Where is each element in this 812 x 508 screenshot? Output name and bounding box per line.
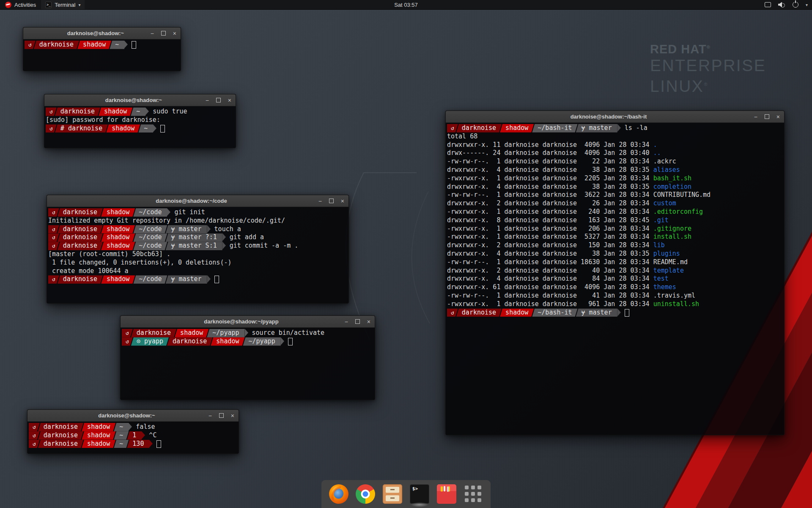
minimize-button[interactable]: − [345, 319, 348, 325]
close-button[interactable]: × [173, 30, 176, 36]
close-button[interactable]: × [367, 319, 370, 325]
terminal-content[interactable]: ↺darknoiseshadow~/bash-itɏ masterls -lat… [446, 123, 784, 317]
title-bar[interactable]: darknoise@shadow:~ − × [23, 28, 181, 39]
prompt-segment-path: ~/code [133, 275, 167, 284]
minimize-button[interactable]: − [208, 413, 212, 419]
window-terminal-home-1[interactable]: darknoise@shadow:~ − × ↺darknoiseshadow~ [23, 27, 181, 71]
prompt-segment-venv: ⊙ pyapp [131, 337, 169, 346]
terminal-line: -rw-rw-r--. 1 darknoise darknoise 41 Jan… [447, 292, 782, 300]
output-text: -rwxrwxr-x. 1 darknoise darknoise 206 Ja… [447, 225, 653, 232]
filename-exec: uninstall.sh [653, 300, 699, 308]
volume-icon[interactable] [778, 2, 785, 8]
activities-button[interactable]: Activities [0, 0, 41, 9]
title-bar[interactable]: darknoise@shadow:~ − × [44, 94, 236, 106]
minimize-button[interactable]: − [754, 114, 757, 120]
output-text: drwxrwxr-x. 4 darknoise darknoise 84 Jan… [447, 275, 653, 282]
window-title: darknoise@shadow:~/pyapp [146, 316, 337, 327]
dock-item-firefox[interactable] [329, 484, 348, 504]
prompt-segment-path: ~/pyapp [207, 329, 244, 337]
terminal-line: ↺darknoiseshadow~false [29, 423, 237, 431]
screen-icon[interactable] [765, 2, 771, 7]
prompt-segment-host: shadow [101, 242, 135, 250]
title-bar[interactable]: darknoise@shadow:~/pyapp − × [121, 316, 375, 328]
wallpaper-arc [412, 191, 430, 323]
prompt-segment-user: darknoise [456, 309, 502, 317]
prompt-segment-host: shadow [101, 233, 135, 242]
maximize-button[interactable] [216, 98, 221, 102]
clock[interactable]: Sat 03:57 [0, 2, 812, 8]
minimize-button[interactable]: − [206, 97, 209, 103]
dock-item-chrome[interactable] [356, 484, 375, 504]
window-title: darknoise@shadow:~ [49, 28, 143, 39]
close-button[interactable]: × [341, 198, 344, 204]
window-terminal-home-2[interactable]: darknoise@shadow:~ − × ↺darknoiseshadow~… [27, 409, 239, 454]
window-terminal-pyapp[interactable]: darknoise@shadow:~/pyapp − × ↺darknoises… [120, 315, 375, 400]
prompt-icon: ↺ [447, 124, 458, 133]
prompt-segment-path: ~/code [133, 242, 167, 250]
terminal-line: ↺darknoiseshadow~/codeɏ mastertouch a [48, 225, 347, 234]
maximize-button[interactable] [765, 114, 769, 119]
chrome-icon [356, 484, 375, 504]
command-text: ls -la [625, 124, 647, 132]
system-status-area[interactable]: ▾ [765, 0, 812, 9]
prompt-segment-user: darknoise [58, 225, 103, 234]
close-button[interactable]: × [228, 97, 231, 103]
maximize-button[interactable] [219, 413, 224, 418]
title-bar[interactable]: darknoise@shadow:~ − × [27, 410, 239, 422]
maximize-button[interactable] [161, 31, 166, 36]
output-text: total 68 [447, 133, 477, 140]
chevron-down-icon[interactable]: ▾ [806, 3, 808, 7]
maximize-button[interactable] [355, 319, 360, 324]
close-button[interactable]: × [776, 114, 780, 120]
terminal-content[interactable]: ↺darknoiseshadow~sudo true[sudo] passwor… [44, 106, 236, 133]
prompt-segment-path: ~/code [133, 225, 167, 234]
terminal-content[interactable]: ↺darknoiseshadow~false↺darknoiseshadow~1… [27, 422, 239, 448]
firefox-icon [329, 484, 348, 504]
prompt-segment-host: shadow [106, 124, 140, 133]
prompt-segment-path: ~/bash-it [532, 309, 577, 317]
maximize-button[interactable] [329, 199, 334, 203]
terminal-content[interactable]: ↺darknoiseshadow~ [23, 39, 181, 49]
prompt-segment-user: darknoise [55, 108, 100, 116]
prompt-icon: ↺ [447, 309, 458, 317]
app-menu-terminal[interactable]: >_ Terminal ▾ [41, 0, 85, 9]
chevron-down-icon: ▾ [78, 3, 80, 7]
minimize-button[interactable]: − [151, 30, 154, 36]
terminal-line: -rw-rw-r--. 1 darknoise darknoise 3622 J… [447, 191, 782, 199]
output-text: -rwxrwxr-x. 1 darknoise darknoise 5327 J… [447, 233, 653, 240]
terminal-line: drwxrwxr-x. 2 darknoise darknoise 40 Jan… [447, 267, 782, 275]
filename-dir: .git [653, 216, 669, 224]
dock-item-app-grid[interactable] [464, 484, 483, 504]
terminal-line: total 68 [447, 133, 782, 141]
prompt-segment-path: ~ [114, 423, 129, 431]
window-terminal-code[interactable]: darknoise@shadow:~/code − × ↺darknoisesh… [47, 195, 349, 304]
dock-item-files[interactable] [383, 484, 402, 504]
title-bar[interactable]: darknoise@shadow:~/bash-it − × [446, 111, 784, 123]
powerline-arrow [207, 275, 211, 283]
dock-item-toolbox[interactable] [437, 484, 456, 504]
activities-label: Activities [14, 2, 36, 8]
powerline-arrow [145, 108, 149, 115]
power-icon[interactable] [793, 2, 798, 8]
terminal-line: ↺darknoiseshadow~/codegit init [48, 208, 347, 217]
close-button[interactable]: × [231, 413, 234, 419]
prompt-segment-host: shadow [175, 329, 208, 337]
prompt-icon: ↺ [46, 124, 57, 133]
window-terminal-bash-it[interactable]: darknoise@shadow:~/bash-it − × ↺darknois… [445, 110, 785, 435]
terminal-line: ↺darknoiseshadow~/codeɏ master ?:1git ad… [48, 233, 347, 242]
terminal-content[interactable]: ↺darknoiseshadow~/pyappsource bin/activa… [121, 328, 375, 346]
window-title: darknoise@shadow:~ [53, 410, 200, 421]
minimize-button[interactable]: − [318, 198, 322, 204]
output-text: drwx------. 24 darknoise darknoise 4096 … [447, 149, 653, 157]
prompt-segment-host: shadow [99, 108, 132, 116]
prompt-segment-user: darknoise [38, 431, 83, 440]
dock-item-terminal[interactable] [410, 484, 429, 504]
powerline-arrow [222, 233, 226, 241]
terminal-line: ↺darknoiseshadow~ [25, 41, 179, 49]
terminal-content[interactable]: ↺darknoiseshadow~/codegit initInitialize… [47, 207, 348, 284]
prompt-segment-exit: 1 [127, 431, 142, 440]
title-bar[interactable]: darknoise@shadow:~/code − × [47, 195, 348, 207]
window-terminal-sudo[interactable]: darknoise@shadow:~ − × ↺darknoiseshadow~… [44, 94, 236, 148]
redhat-icon [5, 2, 11, 8]
prompt-segment-git: ɏ master [165, 225, 207, 234]
